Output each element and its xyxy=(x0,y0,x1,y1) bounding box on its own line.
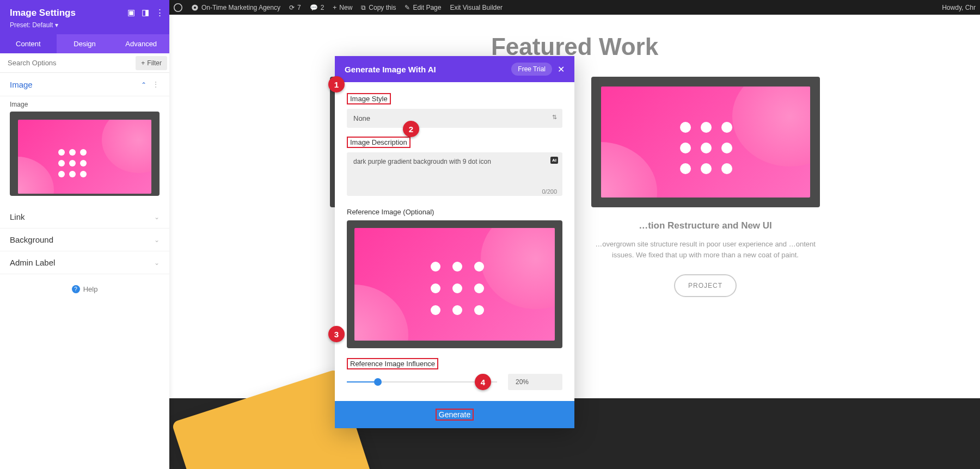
featured-card-2: …tion Restructure and New UI …overgrown … xyxy=(591,77,820,297)
reference-image-label: Reference Image (Optional) xyxy=(347,208,434,216)
chevron-up-icon: ⌃ xyxy=(141,81,146,89)
copy-link[interactable]: ⧉Copy this xyxy=(357,0,400,15)
svg-point-0 xyxy=(174,3,182,11)
tab-content[interactable]: Content xyxy=(0,34,57,53)
wp-logo[interactable] xyxy=(169,0,187,15)
filter-button[interactable]: +Filter xyxy=(136,56,167,70)
modal-title: Generate Image With AI xyxy=(345,65,506,74)
close-icon[interactable]: ✕ xyxy=(558,64,565,75)
annotation-badge-2: 2 xyxy=(403,121,419,137)
char-counter: 0/200 xyxy=(542,188,557,195)
more-icon[interactable]: ⋮ xyxy=(156,8,164,17)
help-icon: ? xyxy=(72,285,80,293)
chevron-down-icon: ⌄ xyxy=(154,213,160,221)
generate-image-modal: Generate Image With AI Free Trial ✕ Imag… xyxy=(335,56,574,428)
pencil-icon: ✎ xyxy=(405,4,410,11)
card-title: …tion Restructure and New UI xyxy=(591,220,820,231)
site-name[interactable]: On-Time Marketing Agency xyxy=(187,0,285,15)
tab-advanced[interactable]: Advanced xyxy=(113,34,169,53)
generate-button[interactable]: Generate xyxy=(436,409,474,421)
svg-point-2 xyxy=(194,6,196,8)
image-thumbnail[interactable] xyxy=(10,112,160,196)
section-background-header[interactable]: Background⌄ xyxy=(0,229,169,251)
search-row: +Filter xyxy=(0,53,169,73)
sidebar-header: Image Settings Preset: Default ▾ ▣ ◨ ⋮ xyxy=(0,0,169,34)
reference-influence-label: Reference Image Influence xyxy=(347,358,438,369)
settings-sidebar: Image Settings Preset: Default ▾ ▣ ◨ ⋮ C… xyxy=(0,0,169,469)
free-trial-badge[interactable]: Free Trial xyxy=(511,63,552,76)
sidebar-tabs: Content Design Advanced xyxy=(0,34,169,53)
card-desc: …overgrown site structure result in poor… xyxy=(591,239,820,260)
plus-icon: + xyxy=(333,4,336,11)
page-title: Featured Work xyxy=(169,33,980,60)
dots-icon[interactable]: ⋮ xyxy=(152,80,160,89)
annotation-badge-1: 1 xyxy=(328,76,345,92)
exit-vb-link[interactable]: Exit Visual Builder xyxy=(445,0,507,15)
influence-value[interactable]: 20% xyxy=(508,374,562,390)
image-style-label: Image Style xyxy=(347,93,391,104)
section-image-header[interactable]: Image ⌃⋮ xyxy=(0,73,169,96)
modal-footer: Generate xyxy=(335,401,574,428)
copy-icon: ⧉ xyxy=(361,4,366,11)
plus-icon: + xyxy=(141,59,145,67)
view-project-button[interactable]: PROJECT xyxy=(674,274,737,297)
chevron-down-icon: ⌄ xyxy=(154,259,160,267)
search-input[interactable] xyxy=(0,53,133,72)
chevron-down-icon: ⌄ xyxy=(154,236,160,244)
help-link[interactable]: ?Help xyxy=(0,274,169,304)
edit-page-link[interactable]: ✎Edit Page xyxy=(400,0,445,15)
section-link-header[interactable]: Link⌄ xyxy=(0,206,169,229)
annotation-badge-4: 4 xyxy=(475,374,491,390)
comment-icon: 💬 xyxy=(310,4,318,11)
section-admin-label-header[interactable]: Admin Label⌄ xyxy=(0,251,169,274)
card-image[interactable] xyxy=(591,77,820,207)
wp-admin-bar: On-Time Marketing Agency ⟳7 💬2 +New ⧉Cop… xyxy=(169,0,980,15)
dock-icon[interactable]: ◨ xyxy=(142,8,149,17)
image-label: Image xyxy=(10,101,160,108)
updates-link[interactable]: ⟳7 xyxy=(285,0,305,15)
comments-link[interactable]: 💬2 xyxy=(305,0,329,15)
tab-design[interactable]: Design xyxy=(57,34,113,53)
modal-header: Generate Image With AI Free Trial ✕ xyxy=(335,56,574,82)
preset-selector[interactable]: Preset: Default ▾ xyxy=(10,21,160,29)
new-link[interactable]: +New xyxy=(328,0,357,15)
expand-icon[interactable]: ▣ xyxy=(127,8,135,17)
image-description-input[interactable] xyxy=(347,152,562,196)
ai-icon[interactable]: AI xyxy=(550,157,558,164)
page-canvas: Featured Work We… Our… dating co… VIEW P… xyxy=(169,15,980,469)
howdy-link[interactable]: Howdy, Chr xyxy=(938,0,980,15)
image-description-label: Image Description xyxy=(347,137,411,148)
annotation-badge-3: 3 xyxy=(328,326,345,342)
reference-image[interactable] xyxy=(347,220,562,348)
image-style-select[interactable]: None xyxy=(347,109,562,128)
section-image-body: Image xyxy=(0,96,169,206)
refresh-icon: ⟳ xyxy=(289,4,295,11)
